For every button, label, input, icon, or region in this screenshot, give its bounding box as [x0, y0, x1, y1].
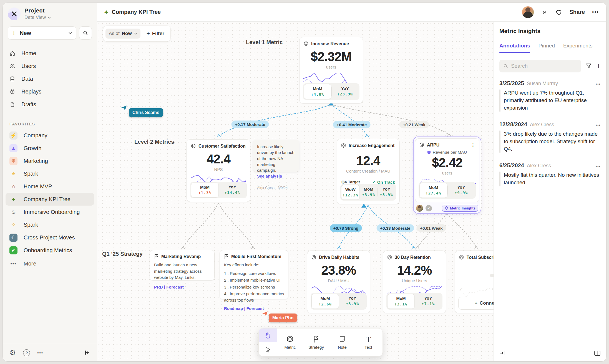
- more-options-icon[interactable]: •••: [37, 350, 43, 355]
- search-icon: [83, 30, 88, 36]
- annotations-search[interactable]: [499, 60, 581, 72]
- sidebar-item-company[interactable]: ⚡Company: [6, 129, 94, 142]
- rocket-icon: ▲: [9, 144, 17, 152]
- correlation-label[interactable]: +0.01 Weak: [416, 224, 446, 232]
- new-button[interactable]: + New: [8, 26, 76, 40]
- chevron-down-icon[interactable]: [69, 32, 72, 34]
- strategy-card-mobile-first[interactable]: Mobile-First Momentum Key efforts includ…: [220, 250, 288, 299]
- metric-insights-button[interactable]: Metric Insights: [442, 205, 478, 212]
- copy-link-icon[interactable]: [541, 9, 548, 16]
- stat-yoy[interactable]: YoY ↑14.4%: [219, 183, 246, 198]
- sidebar-item-growth[interactable]: ▲Growth: [6, 142, 94, 155]
- annotation-item[interactable]: 12/28/2024Alex Cress•••3% drop likely du…: [499, 121, 601, 153]
- project-subtitle[interactable]: Data View: [24, 15, 51, 20]
- metric-card-increase-revenue[interactable]: Increase Revenue $2.32M users MoM ↑4.8% …: [299, 37, 363, 103]
- strategy-tool[interactable]: Strategy: [303, 328, 329, 356]
- topbar-more-icon[interactable]: •••: [592, 9, 599, 15]
- note-tool[interactable]: Note: [329, 328, 355, 356]
- sidebar-item-home-mvp[interactable]: ⌂Home MVP: [6, 180, 94, 193]
- tab-pinned[interactable]: Pinned: [538, 43, 555, 53]
- canvas-annotation-note[interactable]: Increase likely driven by the launch of …: [253, 140, 299, 172]
- stat-yoy[interactable]: YoY ↑7.1%: [415, 294, 442, 309]
- metric-card-drive-daily-habbits[interactable]: Drive Daily Habbits 23.8% DAU / MAU MoM …: [307, 251, 370, 313]
- sidebar-item-cross-project-moves[interactable]: ☾Cross Project Moves: [6, 231, 94, 244]
- sidebar-item-marketing[interactable]: ❋Marketing: [6, 155, 94, 167]
- metric-unit: Unique Users: [387, 278, 442, 283]
- correlation-label[interactable]: +0.78 Strong: [330, 224, 362, 232]
- tab-experiments[interactable]: Experiments: [563, 43, 593, 53]
- sidebar-item-replays[interactable]: Replays: [6, 85, 94, 98]
- sidebar-item-more[interactable]: ••• More: [6, 257, 94, 270]
- sidebar-item-company-kpi-tree[interactable]: ♣Company KPI Tree: [6, 193, 94, 206]
- favorite-heart-icon[interactable]: [555, 9, 562, 16]
- stat-yoy[interactable]: YoY ↑9.9%: [447, 183, 475, 198]
- settings-gear-icon[interactable]: ⚙: [9, 349, 16, 356]
- stat-wow[interactable]: WoW ↑12.3%: [341, 185, 360, 200]
- share-button[interactable]: Share: [570, 9, 585, 15]
- see-analysis-link[interactable]: See analysis: [257, 173, 295, 179]
- stat-yoy[interactable]: YoY ↑3.9%: [339, 294, 366, 309]
- strategy-links[interactable]: Roadmap | Forecast: [224, 306, 284, 311]
- sidebar-item-data[interactable]: Data: [6, 72, 94, 85]
- collapse-sidebar-icon[interactable]: [84, 350, 90, 356]
- stat-mom[interactable]: MoM ↑4.8%: [304, 84, 331, 99]
- database-icon: [9, 76, 15, 82]
- annotation-date: 12/28/2024: [499, 121, 527, 128]
- metric-card-total-subscriptions[interactable]: Total Subscript + Connect: [455, 251, 494, 313]
- project-header[interactable]: Project Data View: [6, 3, 94, 20]
- cursor-icon: [265, 346, 271, 353]
- sidebar-item-label: Home MVP: [24, 183, 52, 190]
- metric-card-customer-satisfaction[interactable]: Customer Satisfaction 42.4 NPS MoM ↓1.3%…: [187, 139, 250, 202]
- metric-tool[interactable]: Metric: [277, 328, 303, 356]
- metric-card-increase-engagement[interactable]: Increase Engagement 12.4 Content Creatio…: [337, 139, 400, 204]
- metric-unit: Content Creation / MAU: [341, 169, 396, 173]
- collapse-panel-icon[interactable]: [499, 350, 505, 356]
- stat-mom[interactable]: MoM ↑3.9%: [360, 185, 378, 200]
- plus-icon: +: [147, 30, 150, 37]
- select-tool[interactable]: [259, 342, 277, 356]
- stat-yoy[interactable]: YoY ↑23.9%: [331, 84, 359, 99]
- stat-mom[interactable]: MoM ↑27.4%: [419, 183, 447, 198]
- split-view-icon[interactable]: [594, 350, 601, 356]
- add-annotation-button[interactable]: +: [596, 62, 601, 70]
- sidebar-item-spark[interactable]: ✧Spark: [6, 218, 94, 231]
- filter-funnel-icon[interactable]: [586, 63, 592, 69]
- correlation-label[interactable]: +0.33 Moderate: [377, 224, 414, 232]
- kpi-canvas[interactable]: As of Now + Filter Level 1 Metric Level …: [97, 22, 494, 361]
- correlation-label[interactable]: +0.41 Moderate: [333, 121, 371, 128]
- card-menu-icon[interactable]: ⋮: [471, 144, 475, 146]
- sidebar-item-spark[interactable]: ★Spark: [6, 167, 94, 180]
- strategy-card-marketing-revamp[interactable]: Marketing Revamp Build and launch a new …: [150, 250, 215, 280]
- user-avatar[interactable]: [522, 6, 534, 18]
- sidebar-item-users[interactable]: Users: [6, 60, 94, 72]
- search-input[interactable]: [511, 63, 577, 69]
- text-tool[interactable]: T Text: [355, 328, 381, 356]
- strategy-links[interactable]: PRD | Forecast: [154, 285, 210, 289]
- cursor-arrow-icon: [120, 105, 128, 112]
- metric-card-30-day-retention[interactable]: 30 Day Retention 14.2% Unique Users MoM …: [383, 251, 446, 313]
- sidebar-item-drafts[interactable]: Drafts: [6, 98, 94, 111]
- sidebar-search-button[interactable]: [79, 26, 92, 40]
- sidebar-item-immersive-onboarding[interactable]: ♨Immersive Onboarding: [6, 206, 94, 218]
- connect-button[interactable]: + Connect: [458, 297, 494, 310]
- correlation-label[interactable]: +0.21 Weak: [399, 121, 429, 128]
- annotation-menu-icon[interactable]: •••: [596, 123, 601, 127]
- stat-yoy[interactable]: YoY ↑3.9%: [378, 185, 395, 200]
- metric-goal-icon: [387, 255, 392, 260]
- add-filter-button[interactable]: + Filter: [143, 28, 168, 39]
- annotation-menu-icon[interactable]: •••: [596, 164, 601, 168]
- stat-mom[interactable]: MoM ↓1.3%: [191, 183, 219, 198]
- help-icon[interactable]: ?: [23, 349, 30, 356]
- stat-mom[interactable]: MoM ↑2.6%: [311, 294, 339, 309]
- correlation-label[interactable]: +0.17 Moderate: [231, 121, 269, 128]
- sidebar-item-onboarding-metrics[interactable]: ✔Onboarding Metrics: [6, 244, 94, 257]
- annotation-item[interactable]: 3/25/2025Susan Murray•••ARPU went up 7% …: [499, 80, 601, 112]
- annotation-item[interactable]: 6/25/2024Alex Cress•••Mostly flat this q…: [499, 162, 601, 186]
- tab-annotations[interactable]: Annotations: [499, 43, 530, 53]
- annotation-menu-icon[interactable]: •••: [596, 82, 601, 86]
- stat-mom[interactable]: MoM ↑3.1%: [387, 294, 415, 309]
- as-of-dropdown[interactable]: As of Now: [105, 29, 140, 39]
- sidebar-item-home[interactable]: Home: [6, 47, 94, 60]
- metric-card-arpu-selected[interactable]: ARPU ⋮ Revenue per MAU $2.42 users MoM ↑…: [413, 136, 481, 214]
- hand-tool[interactable]: [259, 328, 277, 342]
